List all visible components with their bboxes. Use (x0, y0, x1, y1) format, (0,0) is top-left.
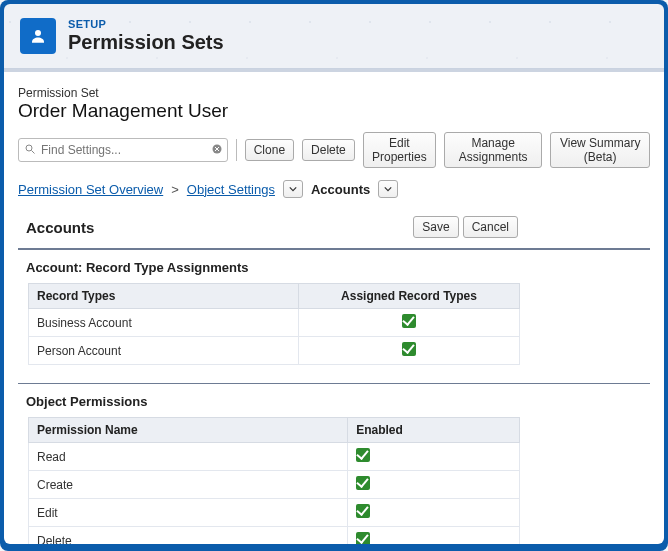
object-permissions-table: Permission Name Enabled Read Create Edit (28, 417, 520, 544)
clone-button[interactable]: Clone (245, 139, 294, 161)
current-object-dropdown[interactable] (378, 180, 398, 198)
search-input-wrap[interactable] (18, 138, 228, 162)
table-row: Edit (29, 499, 520, 527)
svg-line-2 (32, 151, 35, 154)
section-title: Accounts (26, 219, 94, 236)
toolbar: Clone Delete Edit Properties Manage Assi… (18, 132, 650, 168)
header-ribbon: SETUP Permission Sets (4, 4, 664, 69)
record-type-block-label: Account: Record Type Assignments (26, 260, 650, 275)
chevron-down-icon (289, 185, 297, 193)
permission-name: Read (29, 443, 348, 471)
enabled-checkbox[interactable] (356, 476, 370, 490)
svg-point-0 (35, 30, 41, 36)
record-type-name: Business Account (29, 309, 299, 337)
search-input[interactable] (41, 143, 205, 157)
section-divider (18, 248, 650, 250)
chevron-down-icon (384, 185, 392, 193)
assigned-checkbox[interactable] (402, 314, 416, 328)
breadcrumb-object-settings-link[interactable]: Object Settings (187, 182, 275, 197)
col-enabled: Enabled (348, 418, 520, 443)
svg-point-1 (26, 145, 32, 151)
record-type-name: Person Account (29, 337, 299, 365)
col-permission-name: Permission Name (29, 418, 348, 443)
breadcrumb-sep: > (171, 182, 179, 197)
enabled-checkbox[interactable] (356, 504, 370, 518)
enabled-checkbox[interactable] (356, 448, 370, 462)
clear-search-icon[interactable] (211, 142, 223, 158)
manage-assignments-button[interactable]: Manage Assignments (444, 132, 542, 168)
col-assigned-record-types: Assigned Record Types (299, 284, 520, 309)
block-divider (18, 383, 650, 384)
breadcrumb-overview-link[interactable]: Permission Set Overview (18, 182, 163, 197)
table-row: Business Account (29, 309, 520, 337)
record-type-table: Record Types Assigned Record Types Busin… (28, 283, 520, 365)
breadcrumb: Permission Set Overview > Object Setting… (18, 180, 650, 198)
table-row: Read (29, 443, 520, 471)
enabled-checkbox[interactable] (356, 532, 370, 544)
setup-label: SETUP (68, 18, 224, 30)
permission-name: Edit (29, 499, 348, 527)
table-row: Delete (29, 527, 520, 545)
object-type-label: Permission Set (18, 86, 650, 100)
breadcrumb-current: Accounts (311, 182, 370, 197)
table-row: Create (29, 471, 520, 499)
assigned-checkbox[interactable] (402, 342, 416, 356)
search-icon (24, 143, 36, 158)
save-button[interactable]: Save (413, 216, 458, 238)
delete-button[interactable]: Delete (302, 139, 355, 161)
setup-user-icon (20, 18, 56, 54)
col-record-types: Record Types (29, 284, 299, 309)
toolbar-divider (236, 139, 237, 161)
page-title: Permission Sets (68, 31, 224, 54)
object-perms-block-label: Object Permissions (26, 394, 650, 409)
table-row: Person Account (29, 337, 520, 365)
permission-name: Create (29, 471, 348, 499)
object-settings-dropdown[interactable] (283, 180, 303, 198)
object-name: Order Management User (18, 100, 650, 122)
view-summary-button[interactable]: View Summary (Beta) (550, 132, 650, 168)
cancel-button[interactable]: Cancel (463, 216, 518, 238)
permission-name: Delete (29, 527, 348, 545)
edit-properties-button[interactable]: Edit Properties (363, 132, 436, 168)
